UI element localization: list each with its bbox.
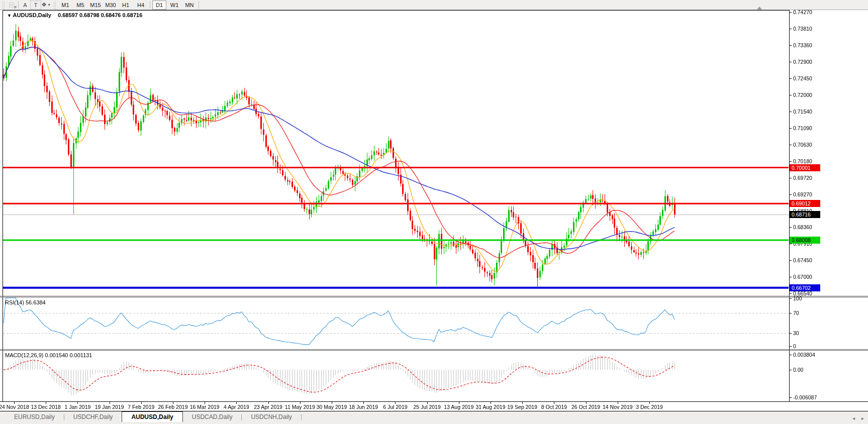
chart-tab-bar: EURUSD,Daily USDCHF,Daily AUDUSD,Daily U… — [0, 411, 868, 424]
macd-axis-label: 0.00 — [793, 367, 803, 373]
timeframe-mn-button[interactable]: MN — [182, 1, 197, 10]
price-tick-label: 0.69720 — [793, 175, 812, 181]
price-tick-mark — [789, 128, 792, 129]
price-tick-mark — [789, 178, 792, 178]
toolbar-drag-handle[interactable] — [53, 2, 56, 9]
chart-left-border — [3, 10, 3, 401]
date-tick-label: 3 Dec 2019 — [636, 404, 663, 410]
timeframe-m1-button[interactable]: M1 — [58, 1, 72, 10]
price-tick-mark — [789, 227, 792, 228]
price-tick-label: 0.72900 — [793, 59, 812, 65]
toolbar-separator — [150, 1, 150, 9]
timeframe-m5-button[interactable]: M5 — [73, 1, 87, 10]
price-tick-label: 0.72000 — [793, 92, 812, 98]
date-tick-label: 1 Jan 2019 — [64, 404, 90, 410]
text-tool-icon[interactable]: T — [30, 1, 41, 10]
date-tick-label: 13 Dec 2018 — [31, 404, 61, 410]
tab-audusd-daily[interactable]: AUDUSD,Daily — [122, 411, 182, 422]
price-level-tag[interactable]: 0.68008 — [790, 237, 820, 244]
price-tick-mark — [789, 145, 792, 145]
price-level-tag[interactable]: 0.66702 — [790, 284, 820, 291]
price-tick-mark — [789, 95, 792, 95]
chart-symbol-label: AUDUSD,Daily — [13, 12, 51, 18]
price-tick-label: 0.71090 — [793, 125, 812, 131]
price-tick-mark — [789, 45, 792, 46]
date-tick-label: 31 Aug 2019 — [476, 404, 506, 410]
price-level-tag[interactable]: 0.68716 — [790, 211, 820, 218]
price-tick-mark — [789, 244, 792, 244]
chart-top-border — [3, 10, 789, 11]
price-tick-label: 0.67450 — [793, 257, 812, 263]
timeframe-h1-button[interactable]: H1 — [119, 1, 133, 10]
tab-usdchf-daily[interactable]: USDCHF,Daily — [64, 411, 122, 422]
price-level-tag[interactable]: 0.70001 — [790, 164, 820, 171]
price-tick-mark — [789, 194, 792, 195]
rsi-axis-label: 100 — [793, 295, 802, 301]
price-tick-label: 0.73810 — [793, 26, 812, 32]
price-tick-mark — [789, 277, 792, 277]
date-tick-label: 23 Apr 2019 — [254, 404, 282, 410]
price-tick-label: 0.70630 — [793, 142, 812, 148]
date-tick-label: 14 Nov 2019 — [603, 404, 633, 410]
price-tick-mark — [789, 161, 792, 162]
tab-eurusd-daily[interactable]: EURUSD,Daily — [5, 411, 64, 422]
timeframe-w1-button[interactable]: W1 — [167, 1, 181, 10]
price-tick-label: 0.72450 — [793, 75, 812, 81]
price-level-tag[interactable]: 0.69012 — [790, 200, 820, 207]
timeframe-m15-button[interactable]: M15 — [88, 1, 103, 10]
timeframe-group: M1 M5 M15 M30 H1 H4 D1 W1 MN — [58, 1, 201, 10]
macd-axis-label: -0.006087 — [793, 394, 817, 400]
price-tick-mark — [789, 78, 792, 79]
tab-usdcnh-daily[interactable]: USDCNH,Daily — [242, 411, 301, 422]
chart-shift-marker[interactable] — [757, 7, 762, 10]
symbol-dropdown-icon[interactable]: ▼ — [7, 13, 12, 18]
insert-label-icon[interactable]: A — [20, 1, 30, 9]
grid-profile-icon[interactable]: F — [7, 1, 17, 9]
ohlc-open: 0.68597 — [58, 12, 78, 18]
price-tick-mark — [789, 12, 792, 13]
toolbar-separator — [199, 1, 199, 9]
pane-splitter[interactable] — [0, 350, 868, 351]
tab-separator — [301, 414, 302, 420]
date-tick-label: 11 May 2019 — [285, 404, 315, 410]
date-tick-label: 16 Mar 2019 — [190, 404, 220, 410]
tab-scroll-right-button[interactable]: ► — [860, 416, 865, 421]
price-tick-label: 0.70180 — [793, 158, 812, 164]
date-tick-label: 13 Aug 2019 — [444, 404, 473, 410]
date-tick-label: 7 Feb 2019 — [128, 404, 154, 410]
dropdown-caret-icon[interactable]: ▼ — [47, 3, 51, 7]
date-tick-label: 19 Sep 2019 — [507, 404, 537, 410]
arrange-arrows-icon[interactable]: ✥▼ — [41, 1, 51, 9]
timeframe-d1-button[interactable]: D1 — [152, 1, 166, 10]
pane-splitter[interactable] — [0, 296, 868, 296]
price-tick-label: 0.73360 — [793, 42, 812, 48]
ohlc-close: 0.68716 — [123, 12, 143, 18]
timeframe-m30-button[interactable]: M30 — [104, 1, 118, 10]
macd-label: MACD(12,26,9) 0.001540 0.001131 — [5, 352, 92, 358]
price-tick-label: 0.74270 — [793, 9, 812, 15]
price-tick-mark — [789, 29, 792, 29]
chart-title: ▼ AUDUSD,Daily 0.68597 0.68798 0.68476 0… — [7, 12, 142, 18]
macd-bottom-border — [0, 401, 868, 402]
tab-scroll-left-button[interactable]: ◄ — [851, 416, 856, 421]
chart-canvas[interactable] — [0, 0, 868, 424]
price-tick-label: 0.69270 — [793, 191, 812, 197]
trading-app-window: F A T ✥▼ M1 M5 M15 M30 H1 H4 D1 W1 MN — [0, 0, 868, 424]
date-tick-label: 24 Nov 2018 — [0, 404, 29, 410]
rsi-axis-label: 30 — [793, 330, 799, 336]
date-tick-label: 8 Oct 2019 — [541, 404, 567, 410]
pane-splitter[interactable] — [0, 297, 868, 297]
date-tick-label: 19 Jan 2019 — [95, 404, 124, 410]
tab-usdcad-daily[interactable]: USDCAD,Daily — [183, 411, 242, 422]
pane-splitter[interactable] — [0, 349, 868, 350]
date-tick-label: 4 Apr 2019 — [224, 404, 249, 410]
price-tick-label: 0.67000 — [793, 274, 812, 280]
price-tick-label: 0.71540 — [793, 109, 812, 115]
timeframe-h4-button[interactable]: H4 — [134, 1, 148, 10]
price-tick-mark — [789, 112, 792, 112]
ohlc-high: 0.68798 — [79, 12, 100, 18]
price-tick-label: 0.68360 — [793, 224, 812, 230]
date-tick-label: 18 Jun 2019 — [349, 404, 378, 410]
price-tick-mark — [789, 260, 792, 261]
toolbar-drag-handle[interactable] — [2, 2, 5, 9]
